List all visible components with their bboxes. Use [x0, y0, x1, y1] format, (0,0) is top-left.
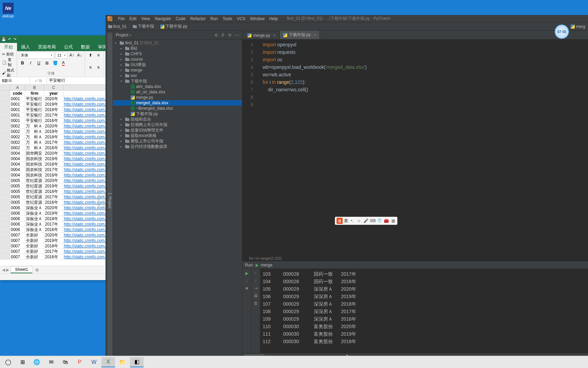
tree-item[interactable]: ▸B站 [113, 46, 242, 51]
ime-punct-icon[interactable]: •, [349, 218, 355, 224]
breadcrumb-item[interactable]: 下载年报.py [160, 24, 187, 29]
favorites-tool-tab[interactable]: 2: Favorites [96, 33, 102, 368]
excel-fx-icon[interactable]: ✓ fx [30, 77, 47, 84]
run-down-icon[interactable]: ↓ [246, 278, 248, 283]
excel-italic[interactable]: I [27, 60, 34, 66]
tree-item[interactable]: merged_data.xlsx [113, 100, 242, 106]
tree-item[interactable]: ▸批量归纳整理文件 [113, 127, 242, 133]
ime-lang[interactable]: 英 [344, 218, 348, 224]
ime-toolbox-icon[interactable]: 🧰 [383, 218, 389, 224]
tree-item[interactable]: ▸wxr [113, 73, 242, 78]
menu-run[interactable]: Run [208, 16, 220, 21]
tree-item[interactable]: ▸巨潮网上市公司年报 [113, 122, 242, 127]
menu-refactor[interactable]: Refactor [188, 16, 208, 21]
excel-align-left[interactable]: ≡ [87, 64, 94, 71]
powerpoint-icon[interactable]: P [73, 357, 86, 367]
desktop-icon-noteexpress[interactable]: Ne oteExpr [1, 3, 15, 18]
excel-sheet-tab[interactable]: Sheet1 [11, 266, 32, 273]
ime-mic-icon[interactable]: 🎤 [363, 218, 369, 224]
ime-emoji-icon[interactable]: ☺ [356, 218, 362, 224]
menu-navigate[interactable]: Navigate [152, 16, 173, 21]
sogou-icon[interactable]: S [337, 218, 343, 224]
menu-window[interactable]: Window [248, 16, 267, 21]
excel-sheet-nav[interactable]: ◀ ▶ [2, 267, 9, 272]
excel-border[interactable]: ⊞ [44, 60, 50, 66]
tree-item[interactable]: ▸course [113, 57, 242, 62]
excel-font-color[interactable]: A [60, 60, 67, 66]
excel-fill-color[interactable]: 🪣 [52, 60, 59, 66]
menu-vcs[interactable]: VCS [234, 16, 248, 21]
clock-widget[interactable]: 07:55 [555, 25, 569, 39]
mail-icon[interactable]: ✉ [44, 357, 58, 367]
excel-cut[interactable]: ✂ 剪切 [2, 52, 15, 57]
excel-increase-font[interactable]: A↑ [69, 52, 75, 59]
store-icon[interactable]: 🛍 [59, 357, 72, 367]
tree-item[interactable]: all_url_data.xlsx [113, 89, 242, 95]
tree-item[interactable]: ▸前端和后台 [113, 117, 242, 122]
ribbon-tab[interactable]: 插入 [17, 43, 34, 51]
gear-icon[interactable]: ⚙ [228, 33, 232, 37]
menu-tools[interactable]: Tools [220, 16, 234, 21]
ime-menu-icon[interactable]: ▦ [390, 218, 396, 224]
code-editor[interactable]: 123456789 import openpyxlimport requests… [242, 40, 588, 261]
tree-item[interactable]: ▾first_01 D:\first_01 [113, 40, 242, 46]
ribbon-tab[interactable]: 数据 [77, 43, 94, 51]
start-button[interactable]: ◯ [1, 357, 15, 367]
excel-name-box[interactable]: B2 [0, 77, 30, 84]
hide-icon[interactable]: — [235, 33, 239, 37]
tree-item[interactable]: ▾下载年报 [113, 78, 242, 84]
word-icon[interactable]: W [87, 357, 101, 367]
tree-item[interactable]: ▸GUI界面 [113, 62, 242, 67]
run-up-icon[interactable]: ↑ [255, 271, 257, 276]
ribbon-tab[interactable]: 公式 [60, 43, 77, 51]
run-trash-icon[interactable]: 🗑 [254, 301, 258, 306]
tree-item[interactable]: 下载年报.py [113, 111, 242, 117]
run-config[interactable]: merge [261, 263, 272, 267]
run-print-icon[interactable]: 🖶 [254, 293, 258, 298]
excel-taskbar-icon[interactable]: X [101, 357, 115, 367]
ribbon-tab[interactable]: 页面布局 [34, 43, 60, 51]
ime-toolbar[interactable]: S 英 •, ☺ 🎤 ⌨ 👕 🧰 ▦ [335, 217, 397, 225]
chevron-down-icon[interactable]: ▾ [130, 33, 131, 37]
col-header[interactable]: B [25, 85, 44, 90]
excel-underline[interactable]: U [35, 60, 42, 66]
breadcrumb-item[interactable]: first_01 [108, 24, 127, 29]
merge-tab-right[interactable]: merg [571, 24, 585, 29]
menu-file[interactable]: File [116, 16, 127, 21]
excel-copy[interactable]: 📋 复制 [2, 57, 15, 67]
tree-item[interactable]: ▸爬取上市公司年报 [113, 138, 242, 144]
target-icon[interactable]: ⊕ [214, 33, 218, 37]
tree-item[interactable]: ▸提取excel表格 [113, 133, 242, 138]
ribbon-tab[interactable]: 开始 [0, 43, 17, 51]
run-output[interactable]: 103000028国药一致2017年104000028国药一致2016年1050… [260, 269, 588, 353]
editor-tab[interactable]: merge.py× [244, 31, 279, 39]
excel-decrease-font[interactable]: A↓ [76, 52, 83, 59]
excel-bold[interactable]: B [19, 60, 26, 66]
editor-tab[interactable]: 下载年报.py× [279, 30, 320, 39]
menu-code[interactable]: Code [173, 16, 188, 21]
run-wrap-icon[interactable]: ⇥ [254, 286, 258, 291]
collapse-icon[interactable]: ⇵ [221, 33, 225, 37]
chrome-icon[interactable]: 🌐 [30, 357, 44, 367]
ime-keyboard-icon[interactable]: ⌨ [370, 218, 375, 224]
tree-item[interactable]: ▸CHFS [113, 51, 242, 57]
tree-item[interactable]: ~$merged_data.xlsx [113, 106, 242, 111]
excel-align-top[interactable]: ⬆ [87, 52, 94, 59]
tree-item[interactable]: ▸merge [113, 67, 242, 73]
tree-item[interactable]: merge.py [113, 95, 242, 100]
pycharm-taskbar-icon[interactable]: ◧ [130, 357, 144, 367]
run-stop-icon[interactable]: ■ [245, 286, 248, 291]
menu-help[interactable]: Help [267, 16, 280, 21]
breadcrumb-item[interactable]: 下载年报 [133, 24, 154, 29]
menu-view[interactable]: View [139, 16, 152, 21]
project-label[interactable]: Project [116, 33, 128, 37]
run-dn-icon[interactable]: ↓ [255, 278, 257, 283]
excel-save-icon[interactable]: 💾 [1, 37, 6, 42]
project-tool-tab[interactable]: 1: Project [107, 33, 113, 368]
menu-edit[interactable]: Edit [127, 16, 139, 21]
task-view[interactable]: ⊞ [16, 357, 29, 367]
excel-format-painter[interactable]: 🖌 格式刷 [2, 68, 15, 78]
excel-font-size[interactable]: 11▾ [55, 52, 67, 59]
excel-redo-icon[interactable]: ↷ [13, 37, 16, 42]
tree-item[interactable]: aim_data.xlsx [113, 84, 242, 89]
